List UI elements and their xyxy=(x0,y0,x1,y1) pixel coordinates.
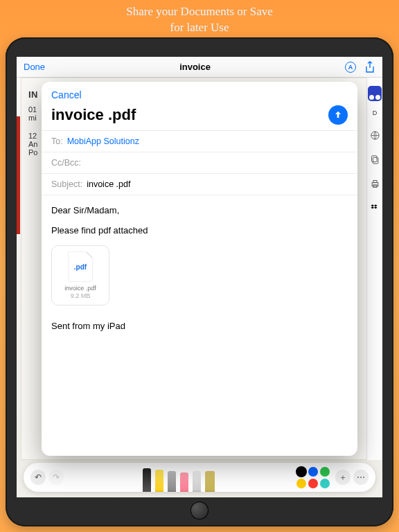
viewer-title: invoice xyxy=(179,62,211,72)
eraser-tool[interactable] xyxy=(180,472,188,492)
send-button[interactable] xyxy=(328,105,348,125)
attachment-chip[interactable]: .pdf invoice .pdf 9.2 MB xyxy=(51,245,109,305)
subject-field[interactable]: Subject: invoice .pdf xyxy=(42,173,357,195)
subject-value: invoice .pdf xyxy=(87,179,130,189)
undo-button[interactable]: ↶ xyxy=(30,470,46,485)
share-icon[interactable] xyxy=(364,61,375,73)
ccbcc-label: Cc/Bcc: xyxy=(51,158,81,168)
swatch-black[interactable] xyxy=(296,467,306,477)
to-value: MobiApp Solutionz xyxy=(67,136,139,146)
copy-icon[interactable] xyxy=(370,154,380,165)
compose-title: invoice .pdf xyxy=(51,106,136,124)
swatch-green[interactable] xyxy=(320,467,330,477)
swatch-red[interactable] xyxy=(308,479,318,488)
done-button[interactable]: Done xyxy=(24,62,45,72)
subject-label: Subject: xyxy=(51,179,82,189)
compose-fields: To: MobiApp Solutionz Cc/Bcc: Subject: i… xyxy=(42,130,357,195)
swatch-yellow[interactable] xyxy=(296,479,306,488)
file-icon: .pdf xyxy=(68,251,93,282)
pen-tool[interactable] xyxy=(143,468,151,492)
viewer-toolbar: Done invoice A xyxy=(17,57,382,78)
markup-tools xyxy=(66,463,291,492)
markup-toggle-icon[interactable]: A xyxy=(345,62,356,73)
ipad-screen: Done invoice A IN 01 mi 12 An xyxy=(17,57,382,497)
signature: Sent from my iPad xyxy=(51,321,348,331)
lasso-tool[interactable] xyxy=(193,471,201,492)
home-button[interactable] xyxy=(190,502,209,520)
compose-body[interactable]: Dear Sir/Madam, Please find pdf attached… xyxy=(42,195,357,456)
file-badge: .pdf xyxy=(74,263,87,271)
ipad-frame: Done invoice A IN 01 mi 12 An xyxy=(6,37,393,526)
dropbox-icon[interactable] xyxy=(370,203,380,213)
pencil-tool[interactable] xyxy=(168,471,176,492)
svg-rect-3 xyxy=(372,183,378,186)
app-tile-icon[interactable] xyxy=(368,86,382,101)
swatch-blue[interactable] xyxy=(308,467,318,477)
color-swatches xyxy=(296,467,330,488)
document-red-margin xyxy=(17,116,20,234)
redo-button[interactable]: ↷ xyxy=(48,470,64,485)
body-greeting: Dear Sir/Madam, xyxy=(51,205,348,215)
add-shape-button[interactable]: ＋ xyxy=(335,470,351,485)
more-button[interactable]: ⋯ xyxy=(353,470,369,485)
promo-caption: Share your Documents or Save for later U… xyxy=(0,0,399,36)
svg-rect-2 xyxy=(371,156,377,162)
svg-rect-1 xyxy=(373,157,378,163)
attachment-name: invoice .pdf xyxy=(56,285,105,292)
share-side-panel: D xyxy=(366,78,382,460)
highlighter-tool[interactable] xyxy=(155,470,163,492)
markup-toolbar: ↶ ↷ ＋ ⋯ xyxy=(24,463,375,492)
attachment-size: 9.2 MB xyxy=(56,292,105,299)
cancel-button[interactable]: Cancel xyxy=(51,89,82,100)
ccbcc-field[interactable]: Cc/Bcc: xyxy=(42,152,357,173)
mail-compose-sheet: Cancel invoice .pdf To: MobiApp Solution… xyxy=(42,82,357,456)
print-icon[interactable] xyxy=(370,179,380,189)
swatch-teal[interactable] xyxy=(320,479,330,488)
ruler-tool[interactable] xyxy=(205,471,215,492)
caption-line-2: for later Use xyxy=(170,21,229,34)
globe-icon[interactable] xyxy=(370,130,380,141)
body-line: Please find pdf attached xyxy=(51,225,348,236)
caption-line-1: Share your Documents or Save xyxy=(126,5,273,18)
app-tile-label: D xyxy=(373,109,378,116)
svg-rect-4 xyxy=(373,181,377,183)
to-field[interactable]: To: MobiApp Solutionz xyxy=(42,130,357,152)
to-label: To: xyxy=(51,136,63,146)
